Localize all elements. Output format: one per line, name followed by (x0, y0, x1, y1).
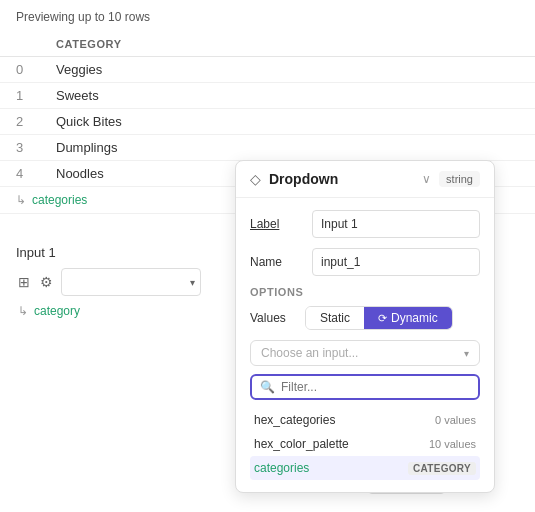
dropdown-title: Dropdown (269, 171, 414, 187)
choose-input-dropdown[interactable]: Choose an input... ▾ (250, 340, 480, 366)
row-index: 2 (0, 109, 40, 135)
arrow-icon: ↳ (16, 193, 26, 207)
option-count: 0 values (435, 414, 476, 426)
category-col-header: CATEGORY (40, 32, 535, 57)
dropdown-body: Label Name OPTIONS Values Static ⟳ Dynam… (236, 198, 494, 492)
option-name: categories (254, 461, 408, 475)
label-field-row: Label (250, 210, 480, 238)
option-count: 10 values (429, 438, 476, 450)
preview-label: Previewing up to 10 rows (0, 10, 535, 32)
dropdown-chevron-icon[interactable]: ∨ (422, 172, 431, 186)
row-index: 4 (0, 161, 40, 187)
option-item[interactable]: hex_color_palette10 values (250, 432, 480, 456)
static-toggle-button[interactable]: Static (306, 307, 364, 329)
toggle-group: Static ⟳ Dynamic (305, 306, 453, 330)
dynamic-icon: ⟳ (378, 312, 387, 325)
option-name: hex_categories (254, 413, 435, 427)
category-ref-label: category (34, 304, 80, 318)
values-row: Values Static ⟳ Dynamic (250, 306, 480, 330)
row-value: Veggies (40, 57, 535, 83)
dropdown-arrow-icon: ▾ (190, 277, 195, 288)
option-item[interactable]: hex_categories0 values (250, 408, 480, 432)
options-section-label: OPTIONS (250, 286, 480, 298)
row-value: Quick Bites (40, 109, 535, 135)
row-index: 1 (0, 83, 40, 109)
row-value: Sweets (40, 83, 535, 109)
search-icon: 🔍 (260, 380, 275, 394)
arrow-ref-icon: ↳ (18, 304, 28, 318)
choose-chevron-icon: ▾ (464, 348, 469, 359)
dynamic-toggle-button[interactable]: ⟳ Dynamic (364, 307, 452, 329)
option-name: hex_color_palette (254, 437, 429, 451)
choose-input-text: Choose an input... (261, 346, 464, 360)
table-row: 2Quick Bites (0, 109, 535, 135)
input-controls: ⊞ ⚙ ▾ (16, 268, 219, 296)
filter-input[interactable] (281, 380, 470, 394)
name-field-label: Name (250, 255, 304, 269)
label-field-input[interactable] (312, 210, 480, 238)
dropdown-type-label: string (439, 171, 480, 187)
dynamic-label: Dynamic (391, 311, 438, 325)
option-badge: CATEGORY (408, 462, 476, 475)
input-field-wrapper: ▾ (61, 268, 201, 296)
row-index: 0 (0, 57, 40, 83)
name-field-row: Name (250, 248, 480, 276)
options-list: hex_categories0 valueshex_color_palette1… (250, 408, 480, 480)
dropdown-header: ◇ Dropdown ∨ string (236, 161, 494, 198)
filter-box: 🔍 (250, 374, 480, 400)
table-row: 1Sweets (0, 83, 535, 109)
option-item[interactable]: categoriesCATEGORY (250, 456, 480, 480)
dropdown-diamond-icon: ◇ (250, 171, 261, 187)
input-label: Input 1 (16, 245, 219, 260)
categories-ref-label: categories (32, 193, 87, 207)
table-row: 0Veggies (0, 57, 535, 83)
dropdown-panel: ◇ Dropdown ∨ string Label Name OPTIONS V… (235, 160, 495, 493)
row-value: Dumplings (40, 135, 535, 161)
row-index: 3 (0, 135, 40, 161)
index-col-header (0, 32, 40, 57)
values-label: Values (250, 311, 305, 325)
grid-icon-button[interactable]: ⊞ (16, 272, 32, 292)
label-field-label: Label (250, 217, 304, 231)
input-panel: Input 1 ⊞ ⚙ ▾ ↳ category (0, 235, 235, 328)
settings-icon-button[interactable]: ⚙ (38, 272, 55, 292)
name-field-input[interactable] (312, 248, 480, 276)
category-ref-row: ↳ category (16, 304, 219, 318)
table-row: 3Dumplings (0, 135, 535, 161)
input-box[interactable] (61, 268, 201, 296)
